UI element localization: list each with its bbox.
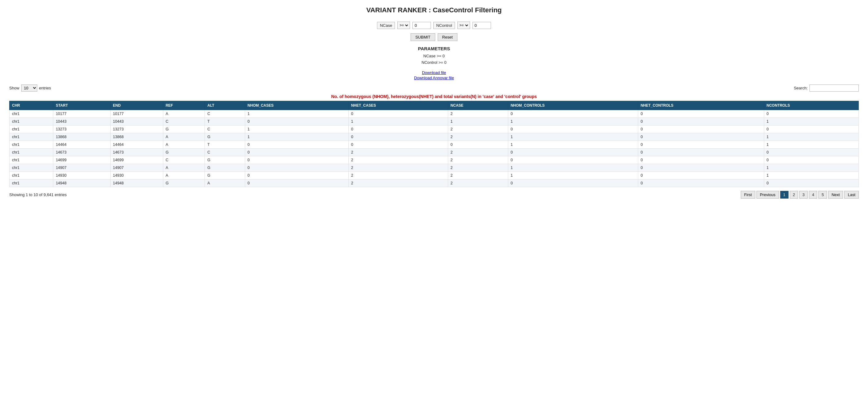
ncase-op-select[interactable]: >= <= = — [397, 22, 410, 29]
table-cell: chr1 — [9, 110, 53, 117]
table-cell: 0 — [508, 156, 638, 164]
table-cell: 14699 — [53, 156, 110, 164]
table-cell: 10177 — [53, 110, 110, 117]
table-cell: 2 — [348, 171, 448, 179]
first-button[interactable]: First — [741, 191, 755, 199]
table-cell: 2 — [448, 133, 508, 141]
table-row: chr11327313273GC102000 — [9, 125, 859, 133]
table-cell: chr1 — [9, 179, 53, 187]
table-cell: 1 — [764, 117, 859, 125]
table-cell: 14673 — [110, 148, 163, 156]
table-controls: Show 10 25 50 100 entries Search: — [9, 84, 859, 92]
table-cell: A — [163, 171, 205, 179]
table-header: CHRSTARTENDREFALTNHOM_CASESNHET_CASESNCA… — [9, 101, 859, 110]
table-cell: A — [163, 110, 205, 117]
ncontrol-op-dropdown[interactable]: >= <= = — [458, 23, 469, 28]
table-cell: 0 — [348, 133, 448, 141]
download-annovar-link[interactable]: Download Annovar file — [9, 76, 859, 80]
table-header-cell: NHOM_CASES — [245, 101, 348, 110]
table-cell: 0 — [245, 141, 348, 148]
table-cell: 2 — [448, 179, 508, 187]
table-cell: 0 — [348, 110, 448, 117]
table-cell: chr1 — [9, 125, 53, 133]
table-cell: G — [205, 156, 245, 164]
table-cell: 0 — [764, 110, 859, 117]
table-title: No. of homozygous (NHOM), heterozygous(N… — [9, 94, 859, 99]
table-cell: 0 — [348, 125, 448, 133]
search-label: Search: — [794, 86, 808, 90]
table-header-row: CHRSTARTENDREFALTNHOM_CASESNHET_CASESNCA… — [9, 101, 859, 110]
param-line-2: NControl >= 0 — [9, 59, 859, 66]
table-cell: 14907 — [110, 164, 163, 171]
table-cell: chr1 — [9, 148, 53, 156]
showing-text: Showing 1 to 10 of 9,641 entries — [9, 192, 66, 197]
table-cell: 0 — [508, 148, 638, 156]
table-cell: A — [163, 164, 205, 171]
search-input[interactable] — [809, 84, 859, 92]
table-cell: 1 — [508, 164, 638, 171]
table-cell: 10443 — [110, 117, 163, 125]
ncase-label: NCase — [377, 22, 395, 29]
table-row: chr11467314673GC022000 — [9, 148, 859, 156]
table-row: chr11017710177AC102000 — [9, 110, 859, 117]
table-cell: 2 — [448, 156, 508, 164]
table-cell: G — [163, 125, 205, 133]
parameters-section: PARAMETERS NCase >= 0 NControl >= 0 — [9, 46, 859, 66]
table-cell: 13273 — [53, 125, 110, 133]
param-line-1: NCase >= 0 — [9, 53, 859, 59]
ncontrol-label: NControl — [433, 22, 455, 29]
table-row: chr11386813868AG102101 — [9, 133, 859, 141]
table-cell: A — [163, 133, 205, 141]
table-cell: G — [205, 133, 245, 141]
entries-label: entries — [39, 86, 51, 90]
table-cell: 2 — [348, 179, 448, 187]
table-cell: 14673 — [53, 148, 110, 156]
table-cell: T — [205, 141, 245, 148]
table-cell: 0 — [245, 179, 348, 187]
page-4-button[interactable]: 4 — [809, 191, 817, 199]
table-row: chr11493014930AG022101 — [9, 171, 859, 179]
table-header-cell: ALT — [205, 101, 245, 110]
table-row: chr11490714907AG022101 — [9, 164, 859, 171]
table-cell: 0 — [508, 125, 638, 133]
table-cell: 0 — [638, 117, 764, 125]
table-cell: 0 — [348, 141, 448, 148]
download-file-link[interactable]: Download file — [9, 70, 859, 75]
table-cell: 1 — [764, 141, 859, 148]
table-cell: 0 — [638, 110, 764, 117]
table-row: chr11044310443CT011101 — [9, 117, 859, 125]
filter-row: NCase >= <= = 0 NControl >= <= = 0 — [9, 22, 859, 29]
page-5-button[interactable]: 5 — [818, 191, 827, 199]
page-2-button[interactable]: 2 — [790, 191, 798, 199]
ncontrol-op-select[interactable]: >= <= = — [457, 22, 470, 29]
table-header-cell: END — [110, 101, 163, 110]
table-cell: 0 — [638, 179, 764, 187]
table-cell: 1 — [508, 141, 638, 148]
show-entries-select[interactable]: 10 25 50 100 — [21, 84, 37, 92]
table-cell: chr1 — [9, 133, 53, 141]
table-cell: 0 — [508, 110, 638, 117]
table-cell: 0 — [245, 156, 348, 164]
ncontrol-value-input[interactable]: 0 — [472, 22, 491, 29]
table-header-cell: NHET_CONTROLS — [638, 101, 764, 110]
ncase-value-input[interactable]: 0 — [412, 22, 431, 29]
table-cell: 0 — [245, 117, 348, 125]
table-header-cell: NHET_CASES — [348, 101, 448, 110]
next-button[interactable]: Next — [828, 191, 843, 199]
last-button[interactable]: Last — [844, 191, 859, 199]
previous-button[interactable]: Previous — [756, 191, 779, 199]
table-cell: C — [205, 125, 245, 133]
page-3-button[interactable]: 3 — [799, 191, 808, 199]
table-cell: 0 — [638, 164, 764, 171]
pagination: First Previous 12345Next Last — [741, 191, 859, 199]
table-cell: 1 — [764, 133, 859, 141]
table-cell: A — [205, 179, 245, 187]
ncase-op-dropdown[interactable]: >= <= = — [398, 23, 409, 28]
table-cell: 2 — [348, 148, 448, 156]
reset-button[interactable]: Reset — [438, 33, 457, 41]
table-cell: 2 — [448, 171, 508, 179]
submit-button[interactable]: SUBMIT — [411, 33, 435, 41]
table-cell: 13868 — [53, 133, 110, 141]
table-cell: 1 — [245, 110, 348, 117]
page-1-button[interactable]: 1 — [780, 191, 788, 199]
